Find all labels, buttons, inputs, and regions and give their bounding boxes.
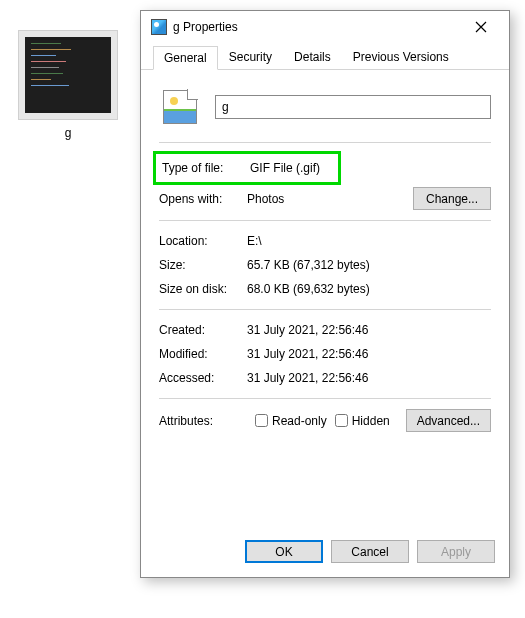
titlebar[interactable]: g Properties [141, 11, 509, 43]
ok-button[interactable]: OK [245, 540, 323, 563]
divider [159, 220, 491, 221]
label-opens-with: Opens with: [159, 192, 247, 206]
thumbnail-image [25, 37, 111, 113]
divider [159, 142, 491, 143]
tab-content-general: Type of file: GIF File (.gif) Opens with… [141, 70, 509, 530]
advanced-button[interactable]: Advanced... [406, 409, 491, 432]
tab-security[interactable]: Security [218, 45, 283, 69]
label-attributes: Attributes: [159, 414, 247, 428]
tab-previous-versions[interactable]: Previous Versions [342, 45, 460, 69]
hidden-checkbox[interactable] [335, 414, 348, 427]
tab-details[interactable]: Details [283, 45, 342, 69]
value-size-on-disk: 68.0 KB (69,632 bytes) [247, 282, 491, 296]
label-size-on-disk: Size on disk: [159, 282, 247, 296]
readonly-label: Read-only [272, 414, 327, 428]
value-accessed: 31 July 2021, 22:56:46 [247, 371, 491, 385]
label-created: Created: [159, 323, 247, 337]
close-icon [475, 21, 487, 33]
filename-input[interactable] [215, 95, 491, 119]
file-type-icon [151, 19, 167, 35]
tab-strip: General Security Details Previous Versio… [141, 45, 509, 70]
change-button[interactable]: Change... [413, 187, 491, 210]
value-modified: 31 July 2021, 22:56:46 [247, 347, 491, 361]
dialog-buttons: OK Cancel Apply [141, 530, 509, 577]
window-title: g Properties [173, 20, 461, 34]
divider [159, 398, 491, 399]
readonly-checkbox-wrap[interactable]: Read-only [255, 414, 327, 428]
file-label: g [8, 126, 128, 140]
properties-dialog: g Properties General Security Details Pr… [140, 10, 510, 578]
tab-general[interactable]: General [153, 46, 218, 70]
label-size: Size: [159, 258, 247, 272]
close-button[interactable] [461, 13, 501, 41]
label-accessed: Accessed: [159, 371, 247, 385]
divider [159, 309, 491, 310]
desktop-file[interactable]: g [8, 30, 128, 140]
hidden-label: Hidden [352, 414, 390, 428]
label-location: Location: [159, 234, 247, 248]
hidden-checkbox-wrap[interactable]: Hidden [335, 414, 390, 428]
file-thumbnail [18, 30, 118, 120]
value-created: 31 July 2021, 22:56:46 [247, 323, 491, 337]
value-type-of-file: GIF File (.gif) [250, 161, 338, 175]
highlight-annotation: Type of file: GIF File (.gif) [153, 151, 341, 185]
cancel-button[interactable]: Cancel [331, 540, 409, 563]
apply-button[interactable]: Apply [417, 540, 495, 563]
value-location: E:\ [247, 234, 491, 248]
readonly-checkbox[interactable] [255, 414, 268, 427]
image-file-icon [163, 90, 197, 124]
label-type-of-file: Type of file: [162, 161, 250, 175]
value-size: 65.7 KB (67,312 bytes) [247, 258, 491, 272]
label-modified: Modified: [159, 347, 247, 361]
value-opens-with: Photos [247, 192, 413, 206]
